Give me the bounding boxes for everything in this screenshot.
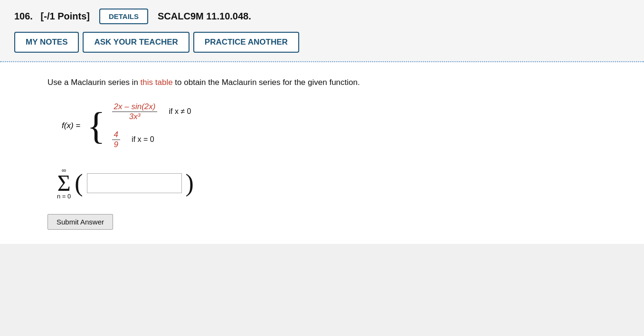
sigma-bottom: n = 0 xyxy=(57,193,71,200)
left-brace: { xyxy=(87,107,105,145)
content-section: Use a Maclaurin series in this table to … xyxy=(0,62,644,244)
submit-area: Submit Answer xyxy=(47,214,630,230)
ask-teacher-button[interactable]: ASK YOUR TEACHER xyxy=(83,32,189,53)
problem-text-after-link: to obtain the Maclaurin series for the g… xyxy=(173,78,360,87)
case1-row: 2x – sin(2x) 3x³ if x ≠ 0 xyxy=(112,102,191,121)
problem-code: SCALC9M 11.10.048. xyxy=(158,11,251,22)
case1-condition: if x ≠ 0 xyxy=(169,107,191,116)
case2-numerator: 4 xyxy=(112,130,120,140)
sigma-symbol: Σ xyxy=(57,172,71,195)
function-label: f(x) = xyxy=(62,121,80,131)
this-table-link[interactable]: this table xyxy=(141,78,173,87)
paren-right: ) xyxy=(186,171,194,196)
problem-num-text: 106. xyxy=(14,11,33,21)
details-button[interactable]: DETAILS xyxy=(99,9,148,24)
case1-numerator: 2x – sin(2x) xyxy=(112,102,158,112)
header-row1: 106. [-/1 Points] DETAILS SCALC9M 11.10.… xyxy=(14,9,630,24)
case2-condition: if x = 0 xyxy=(132,135,154,144)
case2-fraction: 4 9 xyxy=(112,130,120,149)
cases-block: 2x – sin(2x) 3x³ if x ≠ 0 4 9 if x = 0 xyxy=(112,102,191,149)
summation-area: ∞ Σ n = 0 ( ) xyxy=(57,167,630,200)
practice-another-button[interactable]: PRACTICE ANOTHER xyxy=(193,32,299,53)
case1-denominator: 3x³ xyxy=(127,112,142,121)
page-container: 106. [-/1 Points] DETAILS SCALC9M 11.10.… xyxy=(0,0,644,244)
points-label: [-/1 Points] xyxy=(41,11,90,21)
paren-left: ( xyxy=(75,171,83,196)
case2-row: 4 9 if x = 0 xyxy=(112,130,191,149)
math-display: f(x) = { 2x – sin(2x) 3x³ if x ≠ 0 4 9 xyxy=(62,102,630,149)
case1-fraction: 2x – sin(2x) 3x³ xyxy=(112,102,158,121)
header-section: 106. [-/1 Points] DETAILS SCALC9M 11.10.… xyxy=(0,0,644,62)
problem-number: 106. [-/1 Points] xyxy=(14,11,90,22)
case2-denominator: 9 xyxy=(112,140,120,149)
header-row2: MY NOTES ASK YOUR TEACHER PRACTICE ANOTH… xyxy=(14,32,630,53)
submit-button[interactable]: Submit Answer xyxy=(47,214,113,230)
problem-statement: Use a Maclaurin series in this table to … xyxy=(47,76,630,89)
my-notes-button[interactable]: MY NOTES xyxy=(14,32,79,53)
problem-text-before-link: Use a Maclaurin series in xyxy=(47,78,141,87)
sigma-block: ∞ Σ n = 0 xyxy=(57,167,71,200)
answer-input[interactable] xyxy=(87,173,182,193)
